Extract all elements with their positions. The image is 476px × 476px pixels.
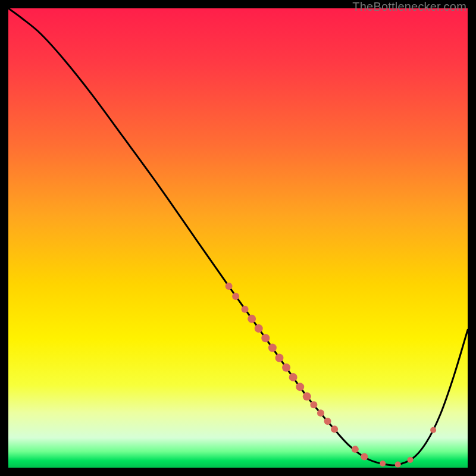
gradient-background xyxy=(8,8,468,468)
data-marker xyxy=(242,306,249,313)
data-marker xyxy=(310,401,317,408)
chart-frame xyxy=(8,8,468,468)
data-marker xyxy=(395,462,401,468)
data-marker xyxy=(317,409,324,416)
data-marker xyxy=(282,364,290,372)
data-marker xyxy=(275,353,283,362)
data-marker xyxy=(248,315,256,323)
data-marker xyxy=(268,344,277,352)
data-marker xyxy=(408,457,414,463)
data-marker xyxy=(255,324,263,333)
data-marker xyxy=(303,392,311,400)
data-marker xyxy=(289,373,298,381)
data-marker xyxy=(380,461,386,466)
data-marker xyxy=(430,427,436,433)
watermark-text: TheBottlenecker.com xyxy=(352,0,466,14)
chart-svg xyxy=(8,8,468,468)
data-marker xyxy=(296,383,304,391)
data-marker xyxy=(331,425,338,433)
data-marker xyxy=(261,334,270,342)
data-marker xyxy=(226,283,233,290)
data-marker xyxy=(352,446,359,453)
data-marker xyxy=(361,453,368,460)
data-marker xyxy=(324,418,331,425)
data-marker xyxy=(232,293,239,300)
